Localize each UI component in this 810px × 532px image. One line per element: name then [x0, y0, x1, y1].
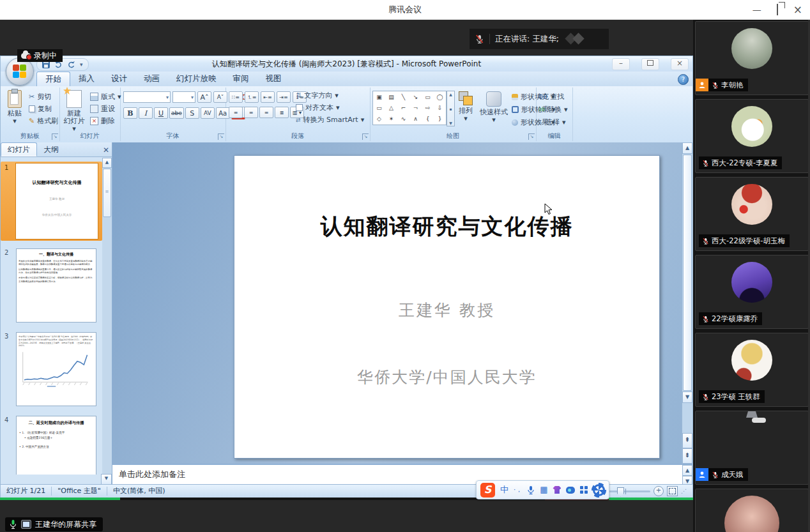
find-button[interactable]: ΘΘ查找: [539, 91, 568, 102]
tab-insert[interactable]: 插入: [70, 72, 103, 86]
canvas-scrollbar[interactable]: ▲ ▼: [682, 142, 692, 464]
select-button[interactable]: ▻选择 ▾: [539, 117, 568, 128]
tab-review[interactable]: 审阅: [225, 72, 257, 86]
pane-tab-slides[interactable]: 幻灯片: [1, 142, 37, 156]
punctuation-icon[interactable]: ·，: [514, 482, 522, 498]
minimize-button[interactable]: —: [753, 0, 761, 19]
shapes-gallery[interactable]: ▣▤╲↘▭◯ ▭△⌐¬⇨⇩ ◇✶∿∧{}: [372, 91, 447, 125]
cut-button[interactable]: ✂剪切: [29, 91, 58, 102]
current-slide[interactable]: 认知翻译研究与文化传播 王建华 教授 华侨大学/中国人民大学: [234, 155, 660, 459]
slide-thumbnail-2[interactable]: 2 一、翻译与文化传播 有效的文化传播需要高质量的翻译。任何文化只有高质量地翻译…: [1, 247, 102, 324]
bullets-button[interactable]: ∷≡: [229, 91, 243, 103]
help-icon[interactable]: ?: [678, 74, 689, 85]
tab-slideshow[interactable]: 幻灯片放映: [168, 72, 225, 86]
restore-button[interactable]: [777, 0, 778, 19]
drawing-dialog-launcher[interactable]: ↘: [528, 133, 535, 140]
bold-button[interactable]: B: [123, 107, 137, 119]
pane-scroll-down-icon[interactable]: ▼: [101, 474, 112, 485]
text-shadow-button[interactable]: S: [185, 107, 199, 119]
reset-button[interactable]: 重设: [90, 103, 121, 114]
fit-to-window-button[interactable]: [667, 486, 678, 496]
shapes-gallery-scrollbar[interactable]: ▲▪▼: [447, 91, 455, 126]
sogou-logo-icon[interactable]: S: [480, 483, 495, 498]
tab-home[interactable]: 开始: [36, 72, 70, 86]
pane-close-icon[interactable]: ✕: [103, 146, 109, 155]
screen-share-badge[interactable]: 王建华的屏幕共享: [5, 517, 103, 531]
participant-tile[interactable]: 成天娥: [695, 411, 809, 485]
align-left-button[interactable]: ≡: [229, 107, 243, 118]
slide-canvas[interactable]: 认知翻译研究与文化传播 王建华 教授 华侨大学/中国人民大学 ▲ ▼ ⇞: [112, 142, 692, 464]
quick-styles-button[interactable]: 快速样式▾: [477, 91, 510, 124]
arrange-button[interactable]: 排列▾: [455, 91, 476, 123]
participant-tile[interactable]: 李朝艳: [695, 21, 809, 95]
slide-thumbnail-3[interactable]: 3 本研究以"认知翻译""中国文化外译""文化传播"为主题词，在CNKI（中国知…: [1, 330, 102, 408]
strikethrough-button[interactable]: abe: [169, 107, 184, 119]
paste-button[interactable]: 粘贴▾: [2, 90, 27, 125]
delete-button[interactable]: ×删除: [90, 116, 121, 126]
pane-scroll-thumb[interactable]: ≡: [103, 169, 111, 217]
participant-tile[interactable]: 西大-22专硕-李夏夏: [695, 99, 809, 173]
italic-button[interactable]: I: [139, 107, 153, 119]
character-spacing-button[interactable]: AV: [201, 107, 215, 119]
smart-assistant-icon[interactable]: [566, 487, 575, 494]
pane-scroll-up-icon[interactable]: ▲: [102, 158, 112, 168]
numbering-button[interactable]: ⒈≡: [245, 91, 259, 103]
next-slide-button[interactable]: ⇟: [682, 448, 692, 464]
group-font: ▾ ▾ A˄ A˅ A⌫ B I U abe S AV Aa A 字体 ↘: [120, 87, 226, 141]
copy-button[interactable]: 复制: [29, 103, 58, 114]
close-button[interactable]: ×: [793, 0, 802, 19]
tab-animations[interactable]: 动画: [135, 72, 168, 86]
scroll-down-icon[interactable]: ▼: [682, 391, 692, 403]
layout-button[interactable]: 版式 ▾: [90, 91, 121, 102]
pane-scrollbar[interactable]: ▲ ≡: [102, 158, 112, 475]
previous-slide-button[interactable]: ⇞: [682, 433, 692, 448]
format-painter-button[interactable]: ✎格式刷: [29, 116, 58, 126]
text-direction-button[interactable]: ⇅文字方向 ▾: [296, 90, 364, 101]
chinese-mode-icon[interactable]: 中: [500, 482, 508, 498]
zoom-slider-thumb[interactable]: [617, 487, 624, 497]
participant-tile[interactable]: 23学硕 王轶群: [695, 333, 809, 407]
smartart-button[interactable]: ⇄转换为 SmartArt ▾: [296, 114, 364, 125]
align-center-button[interactable]: ≡: [244, 107, 258, 118]
slide-nav-buttons: ⇞ ⇟: [682, 433, 692, 464]
recording-badge[interactable]: 录制中: [17, 49, 63, 62]
slide-thumbnail-1[interactable]: 1 认知翻译研究与文化传播 王建华 教授 华侨大学/中国人民大学: [1, 162, 102, 241]
participant-tile[interactable]: 西大-22级学硕-胡玉梅: [695, 177, 809, 251]
font-size-combo[interactable]: ▾: [172, 91, 195, 103]
settings-gear-icon[interactable]: [593, 484, 605, 496]
replace-button[interactable]: ab替换 ▾: [539, 104, 568, 115]
participant-tile[interactable]: 22学硕康露乔: [695, 255, 809, 329]
language-indicator[interactable]: 中文(简体, 中国): [107, 485, 171, 498]
font-name-combo[interactable]: ▾: [123, 91, 171, 103]
scroll-thumb[interactable]: [683, 155, 692, 391]
justify-button[interactable]: ≣: [275, 107, 289, 118]
align-right-button[interactable]: ≡: [259, 107, 273, 118]
voice-input-icon[interactable]: [527, 485, 535, 495]
decrease-indent-button[interactable]: ⇤≡: [261, 91, 275, 103]
soft-keyboard-icon[interactable]: ▦: [540, 482, 547, 498]
slide-thumbnail-4[interactable]: 4 二、延安时期成功的外译与传播 • 1. 《红星照耀中国》斯诺-吴亮平 • 伦…: [1, 414, 102, 475]
tab-design[interactable]: 设计: [103, 72, 135, 86]
zoom-in-button[interactable]: +: [653, 486, 664, 496]
redo-icon[interactable]: [67, 61, 75, 68]
scroll-up-icon[interactable]: ▲: [682, 142, 692, 154]
skin-icon[interactable]: [553, 486, 561, 494]
paragraph-dialog-launcher[interactable]: ↘: [362, 133, 369, 140]
increase-indent-button[interactable]: ⇥≡: [277, 91, 291, 103]
ppt-maximize-button[interactable]: [641, 58, 659, 70]
notes-scrollbar[interactable]: ▲ ▼: [682, 465, 692, 485]
clipboard-dialog-launcher[interactable]: ↘: [52, 133, 58, 140]
align-text-button[interactable]: 对齐文本 ▾: [296, 102, 364, 113]
notes-scroll-up-icon[interactable]: ▲: [682, 465, 692, 476]
toolbox-icon[interactable]: [580, 486, 588, 494]
font-dialog-launcher[interactable]: ↘: [218, 133, 224, 140]
ppt-close-button[interactable]: ×: [671, 58, 689, 70]
pane-tab-outline[interactable]: 大纲: [37, 142, 66, 156]
new-slide-button[interactable]: 新建幻灯片 ▾: [61, 90, 88, 133]
ppt-minimize-button[interactable]: –: [612, 58, 630, 70]
tab-view[interactable]: 视图: [257, 72, 290, 86]
underline-button[interactable]: U: [154, 107, 168, 119]
participant-tile[interactable]: [695, 489, 809, 532]
grow-font-button[interactable]: A˄: [197, 91, 211, 103]
qat-dropdown-icon[interactable]: ▾: [80, 61, 83, 68]
